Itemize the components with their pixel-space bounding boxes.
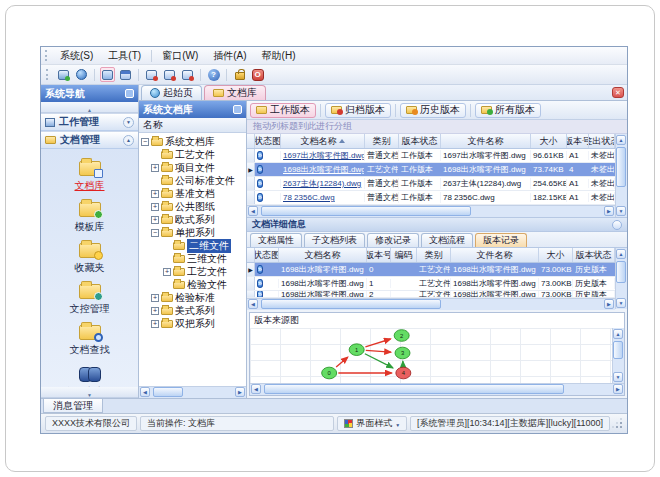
col-docname[interactable]: 文档名称: [279, 248, 367, 262]
col-stateicon[interactable]: 状态图: [255, 134, 281, 148]
col-verstate[interactable]: 版本状态: [573, 248, 615, 262]
tree-node[interactable]: 检验文件: [139, 278, 246, 291]
tree-node[interactable]: 工艺文件: [139, 265, 246, 278]
collapse-icon[interactable]: [151, 229, 159, 237]
chevron-down-icon[interactable]: [123, 117, 134, 128]
col-filename[interactable]: 文件名称: [451, 248, 539, 262]
sidebar-item-docsearch[interactable]: 文档查找: [70, 321, 110, 357]
ui-style-selector[interactable]: 界面样式: [337, 416, 407, 431]
scroll-thumb[interactable]: [261, 299, 441, 309]
scroll-thumb[interactable]: [613, 341, 623, 359]
sidebar-collapse-top[interactable]: [41, 102, 138, 113]
history-version-button[interactable]: 历史版本: [400, 103, 466, 118]
tree-node[interactable]: 双把系列: [139, 317, 246, 330]
tree-horizontal-scrollbar[interactable]: [139, 386, 246, 398]
calendar-icon[interactable]: [118, 67, 133, 82]
mail-icon[interactable]: [144, 67, 159, 82]
scroll-down-icon[interactable]: [616, 298, 626, 308]
col-filename[interactable]: 文件名称: [441, 134, 531, 148]
scroll-thumb[interactable]: [616, 261, 626, 283]
expand-icon[interactable]: [151, 190, 159, 198]
table-row-selected[interactable]: 1698出水嘴零件图.dwg 工艺文件 工作版本 1698出水嘴零件图.dwg …: [247, 163, 615, 177]
resize-grip[interactable]: [613, 419, 623, 429]
globe-icon[interactable]: [74, 67, 89, 82]
tree-node[interactable]: 项目文件: [139, 161, 246, 174]
details-header[interactable]: 文档详细信息: [247, 217, 627, 232]
display-icon[interactable]: [56, 67, 71, 82]
graph-horizontal-scrollbar[interactable]: [250, 383, 624, 395]
tab-subdoc-list[interactable]: 子文档列表: [304, 233, 365, 247]
col-size[interactable]: 大小: [531, 134, 567, 148]
tree-node[interactable]: 工艺文件: [139, 148, 246, 161]
work-version-button[interactable]: 工作版本: [250, 103, 316, 118]
versions-vertical-scrollbar[interactable]: [615, 248, 627, 309]
col-stateicon[interactable]: 状态图: [255, 248, 279, 262]
tree-node-selected[interactable]: 二维文件: [139, 239, 246, 252]
scroll-thumb[interactable]: [153, 387, 183, 397]
expand-icon[interactable]: [151, 203, 159, 211]
sidebar-item-doclib[interactable]: 文档库: [75, 157, 105, 193]
table-row-clipped[interactable]: 1698出水嘴零件图.dwg 2 工艺文件 1698出水嘴零件图.dwg 73.…: [247, 291, 615, 298]
tab-message-management[interactable]: 消息管理: [43, 399, 103, 413]
menu-help[interactable]: 帮助(H): [255, 48, 303, 64]
group-by-hint[interactable]: 拖动列标题到此进行分组: [247, 120, 627, 134]
sidebar-collapse-bottom[interactable]: [41, 387, 138, 398]
expand-icon[interactable]: [151, 164, 159, 172]
cell-docname[interactable]: 2637主体(12284).dwg: [281, 178, 365, 189]
expand-icon[interactable]: [151, 307, 159, 315]
scroll-left-icon[interactable]: [251, 384, 261, 394]
scroll-left-icon[interactable]: [248, 206, 258, 216]
tree-node[interactable]: 公司标准文件: [139, 174, 246, 187]
expand-icon[interactable]: [163, 268, 171, 276]
menu-plugins[interactable]: 插件(A): [206, 48, 253, 64]
cell-docname[interactable]: 1697出水嘴零件图.dwg: [281, 150, 365, 161]
scroll-left-icon[interactable]: [140, 387, 150, 397]
tree-node[interactable]: 检验标准: [139, 291, 246, 304]
scroll-thumb[interactable]: [264, 384, 564, 394]
scroll-down-icon[interactable]: [613, 372, 623, 382]
tab-homepage[interactable]: 起始页: [141, 85, 202, 100]
tab-modify-records[interactable]: 修改记录: [367, 233, 419, 247]
help-icon[interactable]: ?: [206, 67, 221, 82]
tree-node[interactable]: 美式系列: [139, 304, 246, 317]
expand-icon[interactable]: [151, 216, 159, 224]
all-versions-button[interactable]: 所有版本: [475, 103, 541, 118]
expand-icon[interactable]: [151, 320, 159, 328]
col-docname[interactable]: 文档名称: [281, 134, 365, 148]
power-icon[interactable]: O: [250, 67, 265, 82]
scroll-thumb[interactable]: [261, 206, 471, 216]
sidebar-section-document[interactable]: 文档管理: [41, 131, 138, 149]
documents-horizontal-scrollbar[interactable]: [247, 205, 615, 217]
documents-vertical-scrollbar[interactable]: [615, 134, 627, 217]
table-row[interactable]: 1698出水嘴零件图.dwg 1 工艺文件 1698出水嘴零件图.dwg 73.…: [247, 277, 615, 291]
tree-node-root[interactable]: 系统文档库: [139, 135, 246, 148]
scroll-right-icon[interactable]: [235, 387, 245, 397]
sidebar-item-favorites[interactable]: 收藏夹: [75, 239, 105, 275]
scroll-up-icon[interactable]: [613, 329, 623, 339]
toolbar-grip[interactable]: [46, 69, 49, 80]
pin-icon[interactable]: [125, 89, 134, 98]
lock-icon[interactable]: [232, 67, 247, 82]
col-verstate[interactable]: 版本状态: [399, 134, 441, 148]
tree-node[interactable]: 欧式系列: [139, 213, 246, 226]
collapse-icon[interactable]: [141, 138, 149, 146]
sidebar-item-doccontrol[interactable]: 文控管理: [70, 280, 110, 316]
menu-window[interactable]: 窗口(W): [155, 48, 205, 64]
tree-column-header[interactable]: 名称: [139, 118, 246, 133]
folder-icon[interactable]: [100, 67, 115, 82]
menubar-grip[interactable]: [45, 50, 48, 61]
col-verno[interactable]: 版本号: [567, 134, 589, 148]
sidebar-section-work[interactable]: 工作管理: [41, 113, 138, 131]
col-code[interactable]: 编码: [391, 248, 417, 262]
tree-node[interactable]: 基准文档: [139, 187, 246, 200]
scroll-thumb[interactable]: [616, 147, 626, 187]
tab-doc-flow[interactable]: 文档流程: [421, 233, 473, 247]
col-category[interactable]: 类别: [417, 248, 451, 262]
expand-icon[interactable]: [151, 294, 159, 302]
window-badge-icon[interactable]: [162, 67, 177, 82]
tree-node[interactable]: 单把系列: [139, 226, 246, 239]
archive-version-button[interactable]: 归档版本: [325, 103, 391, 118]
scroll-right-icon[interactable]: [604, 299, 614, 309]
scroll-up-icon[interactable]: [616, 135, 626, 145]
close-icon[interactable]: [612, 87, 624, 98]
